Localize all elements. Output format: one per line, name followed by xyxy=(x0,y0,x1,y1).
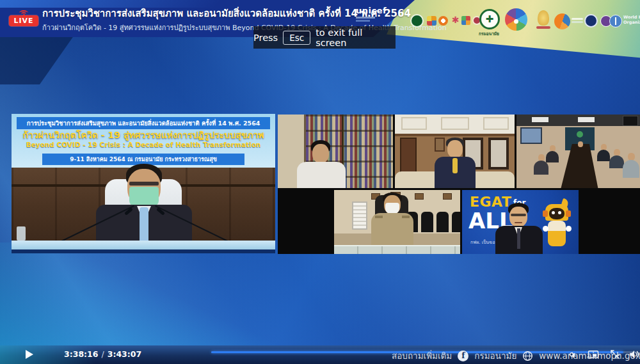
participant-video-conference-room xyxy=(516,115,640,188)
wall-tv xyxy=(623,116,638,126)
mascot-ear xyxy=(543,210,548,217)
chair xyxy=(436,212,449,232)
water-glass xyxy=(17,226,26,241)
projector-screen xyxy=(520,127,542,144)
toast-prefix: Press xyxy=(253,33,278,43)
chair xyxy=(452,212,460,232)
broadcast-signal-icon xyxy=(18,8,29,13)
settings-gear-icon[interactable] xyxy=(566,349,577,360)
green-face-mask xyxy=(129,187,159,206)
picture-frame xyxy=(443,193,452,200)
fullscreen-toast: Press Esc to exit full screen xyxy=(253,26,396,49)
play-button[interactable] xyxy=(26,350,33,359)
stream-title: การประชุมวิชาการส่งเสริมสุขภาพ และอนามัย… xyxy=(42,6,401,21)
participant-video-egat: EGAT for ALL กฟผ. เป็นขอ xyxy=(462,190,579,254)
air-vent xyxy=(352,202,367,230)
egat-tagline: กฟผ. เป็นขอ xyxy=(470,239,495,246)
duration: 3:43:07 xyxy=(108,349,142,359)
navy-org-logo xyxy=(584,14,598,28)
g-logo-wordmark xyxy=(572,18,583,20)
lower-third-banner: สอบถามเพิ่มเติม f กรมอนามัย www.anamai.m… xyxy=(392,349,640,363)
mascot-body xyxy=(548,221,566,246)
picture-frame xyxy=(415,193,424,200)
gold-emblem-caption xyxy=(536,26,550,29)
toast-suffix: to exit full screen xyxy=(316,28,396,48)
participant-video-library xyxy=(278,115,393,188)
green-org-logo xyxy=(410,14,424,28)
partner-logo xyxy=(461,16,470,25)
mascot-ear xyxy=(566,210,571,217)
desk xyxy=(12,241,275,249)
banner-line2: ก้าวผ่านวิกฤตโควิด - 19 สู่ทศวรรษแห่งการ… xyxy=(12,128,275,142)
g-sphere-logo xyxy=(554,13,570,29)
chair xyxy=(421,212,433,232)
department-of-health-caption: กรมอนามัย xyxy=(474,31,504,37)
live-stream-player: LIVE การประชุมวิชาการส่งเสริมสุขภาพ และอ… xyxy=(0,0,640,364)
gold-emblem-logo xyxy=(538,10,549,26)
unicef-logo: unicef xyxy=(356,6,387,22)
pinwheel-center xyxy=(514,19,518,24)
participant-video-office xyxy=(395,115,515,188)
white-shirt xyxy=(297,162,346,188)
wood-panel-room xyxy=(12,168,275,253)
glasses xyxy=(511,214,526,216)
flower-logo: ✱ xyxy=(451,15,460,25)
participant-video-official xyxy=(334,190,460,254)
smile xyxy=(515,222,522,223)
department-of-health-logo: ✚ xyxy=(479,9,500,29)
who-staff-icon xyxy=(615,17,616,25)
live-badge: LIVE xyxy=(9,8,38,26)
globe-icon xyxy=(522,351,533,361)
live-label: LIVE xyxy=(9,15,38,26)
volume-icon[interactable] xyxy=(628,349,640,360)
current-time: 3:38:16 xyxy=(64,349,99,359)
facebook-icon: f xyxy=(458,351,468,361)
desk xyxy=(334,245,460,254)
mascot-eyes xyxy=(552,211,555,214)
tie xyxy=(140,207,148,246)
lanyard xyxy=(517,228,520,249)
mascot-hand xyxy=(543,226,548,232)
yellow-tie xyxy=(452,158,458,173)
banner-line3: Beyond COVID - 19 Crisis : A Decade of H… xyxy=(12,141,275,148)
partner-logo xyxy=(427,16,436,26)
time-display: 3:38:16 / 3:43:07 xyxy=(64,349,141,359)
partner-logo xyxy=(438,16,448,26)
main-speaker-video: การประชุมวิชาการส่งเสริมสุขภาพ และอนามัย… xyxy=(12,114,275,253)
who-wordmark: World Health Organization xyxy=(623,15,640,25)
epaulet xyxy=(402,216,410,218)
cabinet xyxy=(488,138,509,170)
glasses xyxy=(129,182,159,186)
participant-grid: EGAT for ALL กฟผ. เป็นขอ xyxy=(278,115,640,254)
epaulet xyxy=(375,216,383,218)
picture-frame xyxy=(435,138,445,152)
facebook-page-name: กรมอนามัย xyxy=(474,349,516,363)
contact-label: สอบถามเพิ่มเติม xyxy=(392,349,452,363)
white-face-mask xyxy=(385,203,399,214)
exit-fullscreen-icon[interactable] xyxy=(609,349,621,360)
mascot-hand xyxy=(566,226,572,232)
picture-in-picture-icon[interactable] xyxy=(588,349,599,360)
esc-key: Esc xyxy=(283,31,310,45)
